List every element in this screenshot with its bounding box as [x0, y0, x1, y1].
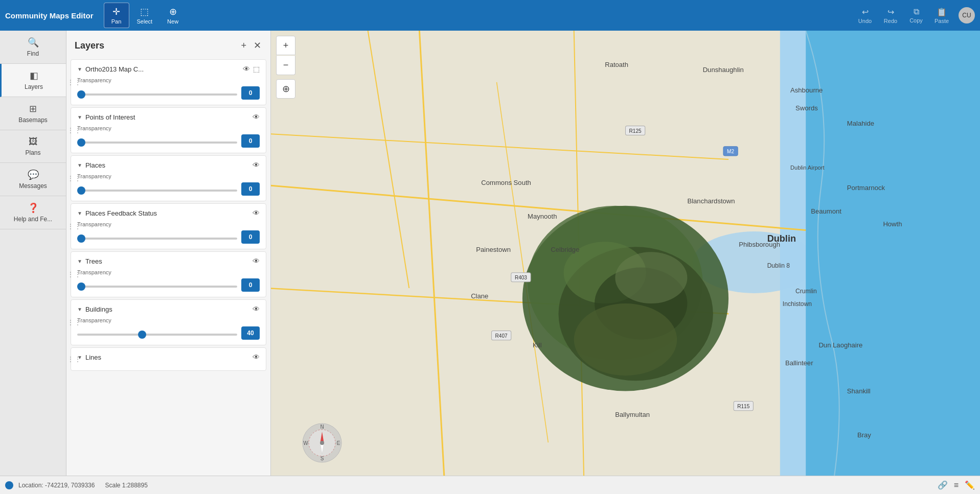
redo-button[interactable]: ↪ Redo	[879, 3, 902, 28]
tool-new[interactable]: ⊕ New	[160, 3, 186, 28]
layer-name-row-poi: ▼ Points of Interest	[77, 113, 135, 121]
redo-label: Redo	[884, 18, 897, 24]
add-layer-button[interactable]: +	[240, 39, 247, 52]
layer-actions-poi: 👁	[253, 113, 260, 121]
slider-row-places-feedback: 0	[77, 230, 260, 244]
sidebar-item-find[interactable]: 🔍 Find	[0, 31, 66, 64]
close-panel-button[interactable]: ✕	[253, 39, 262, 52]
sidebar-item-help[interactable]: ❓ Help and Fe...	[0, 196, 66, 229]
sidebar-item-layers[interactable]: ◧ Layers	[0, 64, 66, 97]
svg-text:R115: R115	[737, 404, 749, 409]
transparency-label-ortho: Transparency	[77, 77, 260, 83]
drag-handle-places[interactable]: ⋮⋮	[67, 174, 81, 182]
undo-button[interactable]: ↩ Undo	[853, 3, 877, 28]
transparency-label-poi: Transparency	[77, 125, 260, 131]
tool-pan[interactable]: ✛ Pan	[104, 3, 129, 28]
layer-item-trees: ⋮⋮ ▼ Trees 👁 Transparency 0	[71, 251, 266, 297]
sidebar-find-label: Find	[27, 50, 39, 57]
app-title: Community Maps Editor	[5, 11, 94, 20]
layer-item-poi: ⋮⋮ ▼ Points of Interest 👁 Transparency 0	[71, 107, 266, 153]
visibility-icon-places[interactable]: 👁	[253, 161, 260, 169]
svg-text:Malahide: Malahide	[847, 120, 874, 127]
svg-text:Ashbourne: Ashbourne	[790, 86, 823, 94]
status-dot	[5, 481, 13, 489]
drag-handle-poi[interactable]: ⋮⋮	[67, 126, 81, 134]
drag-handle-lines[interactable]: ⋮⋮	[67, 355, 81, 363]
zoom-out-button[interactable]: −	[276, 56, 295, 75]
visibility-icon-places-feedback[interactable]: 👁	[253, 209, 260, 217]
layer-chevron-places[interactable]: ▼	[77, 162, 82, 168]
sidebar-basemaps-label: Basemaps	[18, 116, 48, 124]
layer-chevron-poi[interactable]: ▼	[77, 114, 82, 120]
transparency-label-places: Transparency	[77, 173, 260, 179]
slider-row-poi: 0	[77, 134, 260, 148]
layers-panel-header: Layers + ✕	[66, 31, 270, 57]
sidebar-item-messages[interactable]: 💬 Messages	[0, 163, 66, 196]
link-icon[interactable]: 🔗	[938, 480, 948, 490]
pan-label: Pan	[111, 18, 122, 25]
layer-chevron-places-feedback[interactable]: ▼	[77, 210, 82, 216]
copy-icon: ⧉	[914, 7, 919, 16]
visibility-icon-poi[interactable]: 👁	[253, 113, 260, 121]
transparency-label-trees: Transparency	[77, 269, 260, 275]
visibility-icon-lines[interactable]: 👁	[253, 353, 260, 361]
layer-chevron-trees[interactable]: ▼	[77, 258, 82, 264]
undo-label: Undo	[858, 18, 872, 24]
delete-icon-ortho[interactable]: ⬚	[253, 65, 260, 73]
drag-handle-trees[interactable]: ⋮⋮	[67, 270, 81, 278]
visibility-icon-buildings[interactable]: 👁	[253, 305, 260, 313]
svg-text:Swords: Swords	[795, 104, 818, 112]
locate-button[interactable]: ⊕	[276, 79, 295, 99]
layers-icon: ◧	[30, 70, 38, 81]
svg-text:Inchistown: Inchistown	[783, 300, 812, 308]
layers-panel: Layers + ✕ ⋮⋮ ▼ Ortho2013 Map C... 👁 ⬚ T…	[66, 31, 271, 494]
user-avatar[interactable]: CU	[959, 7, 975, 23]
transparency-slider-places-feedback[interactable]	[77, 238, 237, 240]
visibility-icon-trees[interactable]: 👁	[253, 257, 260, 265]
layer-chevron-ortho[interactable]: ▼	[77, 66, 82, 72]
transparency-slider-places[interactable]	[77, 190, 237, 192]
transparency-value-places: 0	[241, 182, 260, 196]
drag-handle-places-feedback[interactable]: ⋮⋮	[67, 222, 81, 230]
layer-chevron-buildings[interactable]: ▼	[77, 307, 82, 312]
bottombar-info: Location: -742219, 7039336 Scale 1:28889…	[18, 482, 148, 489]
layer-name-ortho: Ortho2013 Map C...	[85, 65, 144, 73]
svg-text:Crumlin: Crumlin	[795, 288, 817, 295]
select-icon: ⬚	[140, 6, 149, 17]
tool-select[interactable]: ⬚ Select	[132, 3, 158, 28]
slider-row-trees: 0	[77, 278, 260, 292]
sidebar-item-plans[interactable]: 🖼 Plans	[0, 130, 66, 163]
svg-text:Ballinteer: Ballinteer	[785, 359, 813, 367]
svg-text:Howth: Howth	[883, 220, 902, 228]
list-icon[interactable]: ≡	[954, 481, 959, 490]
paste-button[interactable]: 📋 Paste	[930, 3, 953, 28]
transparency-slider-trees[interactable]	[77, 286, 237, 288]
messages-icon: 💬	[28, 169, 39, 180]
drag-handle-ortho[interactable]: ⋮⋮	[67, 78, 81, 86]
layer-item-places: ⋮⋮ ▼ Places 👁 Transparency 0	[71, 155, 266, 201]
map-background: Dunshaughlin Ratoath Ashbourne Malahide …	[271, 31, 980, 494]
map-area[interactable]: Dunshaughlin Ratoath Ashbourne Malahide …	[271, 31, 980, 494]
visibility-icon-ortho[interactable]: 👁	[243, 65, 250, 73]
layer-name-row-trees: ▼ Trees	[77, 257, 102, 265]
sidebar-plans-label: Plans	[25, 149, 40, 156]
layer-name-row-places: ▼ Places	[77, 161, 105, 169]
transparency-slider-poi[interactable]	[77, 142, 237, 144]
drag-handle-buildings[interactable]: ⋮⋮	[67, 318, 81, 326]
copy-button[interactable]: ⧉ Copy	[904, 3, 928, 28]
layer-header-ortho: ▼ Ortho2013 Map C... 👁 ⬚	[77, 65, 260, 73]
sidenav: 🔍 Find ◧ Layers ⊞ Basemaps 🖼 Plans 💬 Mes…	[0, 31, 66, 494]
layer-header-places: ▼ Places 👁	[77, 161, 260, 169]
transparency-slider-buildings[interactable]	[77, 334, 237, 336]
svg-text:Kill: Kill	[533, 341, 542, 349]
transparency-value-ortho: 0	[241, 86, 260, 100]
svg-text:Dublin: Dublin	[767, 233, 796, 244]
edit-icon[interactable]: ✏️	[965, 480, 975, 490]
layer-name-buildings: Buildings	[85, 305, 112, 313]
help-icon: ❓	[28, 202, 39, 214]
transparency-slider-ortho[interactable]	[77, 93, 237, 96]
sidebar-item-basemaps[interactable]: ⊞ Basemaps	[0, 97, 66, 130]
zoom-in-button[interactable]: +	[276, 36, 295, 55]
svg-text:Shankill: Shankill	[847, 387, 871, 395]
svg-text:Clane: Clane	[471, 292, 488, 300]
